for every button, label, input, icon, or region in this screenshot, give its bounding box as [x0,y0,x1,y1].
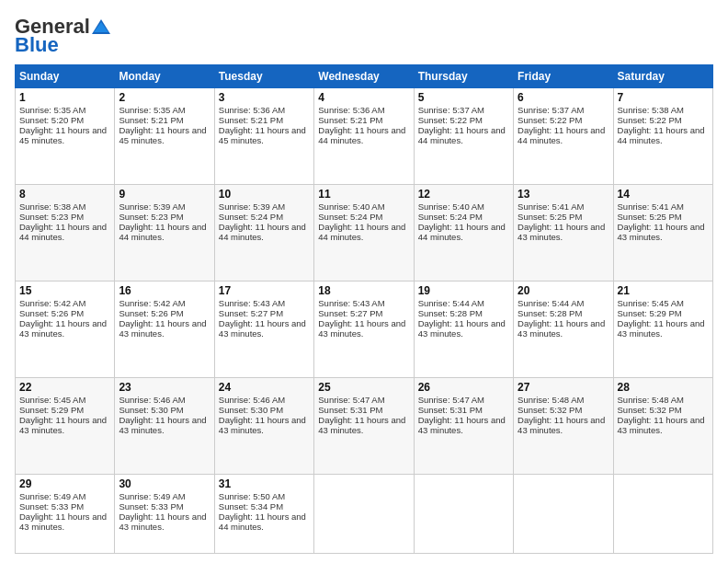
day-number: 4 [318,91,409,104]
sunrise-label: Sunrise: 5:44 AM [418,298,484,308]
sunrise-label: Sunrise: 5:45 AM [618,298,684,308]
calendar-cell: 20 Sunrise: 5:44 AM Sunset: 5:28 PM Dayl… [514,282,613,378]
day-number: 26 [418,381,509,394]
sunrise-label: Sunrise: 5:42 AM [119,298,185,308]
sunrise-label: Sunrise: 5:48 AM [518,395,584,405]
sunrise-label: Sunrise: 5:50 AM [219,491,285,501]
sunrise-label: Sunrise: 5:36 AM [318,105,384,115]
calendar-cell: 19 Sunrise: 5:44 AM Sunset: 5:28 PM Dayl… [414,282,513,378]
calendar-cell: 6 Sunrise: 5:37 AM Sunset: 5:22 PM Dayli… [514,88,613,185]
sunset-label: Sunset: 5:33 PM [19,501,84,511]
daylight-label: Daylight: 11 hours and 44 minutes. [119,222,206,242]
sunset-label: Sunset: 5:28 PM [518,308,582,318]
calendar-cell: 29 Sunrise: 5:49 AM Sunset: 5:33 PM Dayl… [16,475,115,554]
daylight-label: Daylight: 11 hours and 43 minutes. [119,415,206,435]
day-number: 10 [219,188,310,201]
day-number: 21 [618,284,709,297]
calendar-cell: 31 Sunrise: 5:50 AM Sunset: 5:34 PM Dayl… [214,475,313,554]
daylight-label: Daylight: 11 hours and 43 minutes. [418,318,506,339]
calendar-cell: 15 Sunrise: 5:42 AM Sunset: 5:26 PM Dayl… [16,282,115,378]
sunset-label: Sunset: 5:34 PM [219,501,283,511]
calendar-cell: 18 Sunrise: 5:43 AM Sunset: 5:27 PM Dayl… [314,282,414,378]
calendar-week-row: 15 Sunrise: 5:42 AM Sunset: 5:26 PM Dayl… [16,282,713,378]
day-number: 15 [19,284,110,297]
day-number: 6 [518,91,609,104]
calendar-cell: 11 Sunrise: 5:40 AM Sunset: 5:24 PM Dayl… [314,185,414,282]
col-tuesday: Tuesday [214,65,313,88]
day-number: 14 [618,188,709,201]
sunrise-label: Sunrise: 5:37 AM [518,105,584,115]
daylight-label: Daylight: 11 hours and 44 minutes. [418,125,506,145]
calendar-cell: 28 Sunrise: 5:48 AM Sunset: 5:32 PM Dayl… [613,378,712,475]
calendar-cell: 14 Sunrise: 5:41 AM Sunset: 5:25 PM Dayl… [613,185,712,282]
calendar-cell: 9 Sunrise: 5:39 AM Sunset: 5:23 PM Dayli… [115,185,214,282]
calendar-cell: 8 Sunrise: 5:38 AM Sunset: 5:23 PM Dayli… [16,185,115,282]
daylight-label: Daylight: 11 hours and 43 minutes. [219,415,306,435]
calendar-cell: 2 Sunrise: 5:35 AM Sunset: 5:21 PM Dayli… [115,88,214,185]
day-number: 24 [219,381,310,394]
col-friday: Friday [514,65,613,88]
daylight-label: Daylight: 11 hours and 43 minutes. [318,318,405,339]
day-number: 23 [119,381,210,394]
sunrise-label: Sunrise: 5:49 AM [19,491,85,501]
calendar-cell: 25 Sunrise: 5:47 AM Sunset: 5:31 PM Dayl… [314,378,414,475]
sunrise-label: Sunrise: 5:43 AM [318,298,384,308]
day-number: 18 [318,284,409,297]
sunset-label: Sunset: 5:32 PM [618,405,682,415]
sunrise-label: Sunrise: 5:40 AM [318,201,384,212]
daylight-label: Daylight: 11 hours and 44 minutes. [19,222,107,242]
day-number: 22 [19,381,110,394]
day-number: 2 [119,91,210,104]
sunrise-label: Sunrise: 5:47 AM [318,395,384,405]
calendar-week-row: 8 Sunrise: 5:38 AM Sunset: 5:23 PM Dayli… [16,185,713,282]
daylight-label: Daylight: 11 hours and 45 minutes. [119,125,206,145]
day-number: 19 [418,284,509,297]
sunset-label: Sunset: 5:22 PM [618,115,682,125]
calendar-cell: 16 Sunrise: 5:42 AM Sunset: 5:26 PM Dayl… [115,282,214,378]
day-number: 20 [518,284,609,297]
daylight-label: Daylight: 11 hours and 43 minutes. [19,511,107,532]
daylight-label: Daylight: 11 hours and 43 minutes. [518,222,605,242]
sunset-label: Sunset: 5:22 PM [418,115,483,125]
sunset-label: Sunset: 5:25 PM [618,212,682,222]
calendar-cell: 13 Sunrise: 5:41 AM Sunset: 5:25 PM Dayl… [514,185,613,282]
daylight-label: Daylight: 11 hours and 44 minutes. [618,125,705,145]
sunset-label: Sunset: 5:24 PM [318,212,382,222]
daylight-label: Daylight: 11 hours and 43 minutes. [518,415,605,435]
calendar-cell: 3 Sunrise: 5:36 AM Sunset: 5:21 PM Dayli… [214,88,313,185]
day-number: 25 [318,381,409,394]
daylight-label: Daylight: 11 hours and 44 minutes. [219,222,306,242]
daylight-label: Daylight: 11 hours and 44 minutes. [518,125,605,145]
daylight-label: Daylight: 11 hours and 43 minutes. [518,318,605,339]
sunset-label: Sunset: 5:29 PM [618,308,682,318]
calendar-cell: 26 Sunrise: 5:47 AM Sunset: 5:31 PM Dayl… [414,378,513,475]
calendar-cell [414,475,513,554]
daylight-label: Daylight: 11 hours and 43 minutes. [618,318,705,339]
col-thursday: Thursday [414,65,513,88]
sunrise-label: Sunrise: 5:49 AM [119,491,185,501]
sunrise-label: Sunrise: 5:35 AM [19,105,85,115]
page: General Blue Sunday Monday Tuesday Wedne… [0,0,728,563]
sunset-label: Sunset: 5:26 PM [19,308,84,318]
sunrise-label: Sunrise: 5:37 AM [418,105,484,115]
sunrise-label: Sunrise: 5:41 AM [618,201,684,212]
calendar-cell: 30 Sunrise: 5:49 AM Sunset: 5:33 PM Dayl… [115,475,214,554]
day-number: 8 [19,188,110,201]
calendar-cell: 21 Sunrise: 5:45 AM Sunset: 5:29 PM Dayl… [613,282,712,378]
sunset-label: Sunset: 5:33 PM [119,501,183,511]
calendar-cell [514,475,613,554]
day-number: 16 [119,284,210,297]
day-number: 28 [618,381,709,394]
col-wednesday: Wednesday [314,65,414,88]
calendar-week-row: 1 Sunrise: 5:35 AM Sunset: 5:20 PM Dayli… [16,88,713,185]
sunrise-label: Sunrise: 5:47 AM [418,395,484,405]
daylight-label: Daylight: 11 hours and 43 minutes. [618,222,705,242]
header: General Blue [15,15,713,57]
daylight-label: Daylight: 11 hours and 43 minutes. [418,415,506,435]
calendar-cell [314,475,414,554]
sunrise-label: Sunrise: 5:35 AM [119,105,185,115]
daylight-label: Daylight: 11 hours and 44 minutes. [219,511,306,532]
calendar-cell: 7 Sunrise: 5:38 AM Sunset: 5:22 PM Dayli… [613,88,712,185]
daylight-label: Daylight: 11 hours and 43 minutes. [618,415,705,435]
daylight-label: Daylight: 11 hours and 45 minutes. [19,125,107,145]
